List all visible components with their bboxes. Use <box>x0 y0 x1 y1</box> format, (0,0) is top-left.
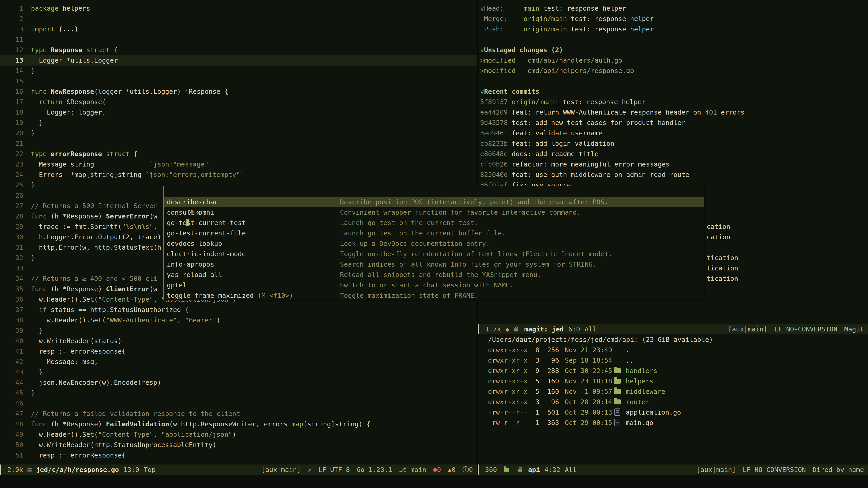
magit-row[interactable]: 3ed9461 feat: validate username <box>480 128 868 138</box>
code-line[interactable]: 49 w.Header().Set("Content-Type", "appli… <box>0 429 477 440</box>
code-line[interactable]: 18 Logger: logger, <box>0 107 477 118</box>
magit-row[interactable]: Push: origin/main test: response helper <box>480 24 868 34</box>
buffer-name[interactable]: api <box>528 466 540 474</box>
major-mode[interactable]: Magit <box>844 325 864 333</box>
mx-candidate[interactable]: describe-charDescribe position POS (inte… <box>164 197 704 207</box>
magit-row[interactable]: cfc0b26 refactor: more meaningful error … <box>480 159 868 169</box>
major-mode[interactable]: Dired by name <box>813 466 864 474</box>
code-line[interactable]: 23 Message string `json:"message"` <box>0 159 477 169</box>
code-line[interactable]: 19 } <box>0 118 477 128</box>
error-count[interactable]: ⊗0 <box>433 466 441 474</box>
git-branch[interactable]: ⎇ main <box>399 466 426 474</box>
code-line[interactable]: 51 resp := errorResponse{ <box>0 450 477 460</box>
mx-candidate[interactable]: toggle-frame-maximized (M-<f10>)Toggle m… <box>164 290 704 301</box>
dired-row[interactable]: drwxr-xr-x 5 160 Nov 1 09:57middleware <box>480 386 868 397</box>
mx-candidate[interactable]: electric-indent-modeToggle on-the-fly re… <box>164 249 704 259</box>
file-name[interactable]: . <box>626 346 629 354</box>
workspace-indicator[interactable]: [aux|main] <box>728 325 768 333</box>
code-line[interactable]: 38 w.Header().Set("WWW-Authenticate", "B… <box>0 315 477 325</box>
magit-row[interactable]: e80648e docs: add readme title <box>480 149 868 159</box>
code-line[interactable]: 47// Returns a failed validation respons… <box>0 409 477 419</box>
minibuffer-prompt-line[interactable]: 1/9011 M-x <box>164 186 704 197</box>
mx-candidate[interactable]: yas-reload-allReload all snippets and re… <box>164 269 704 280</box>
magit-row[interactable] <box>480 76 868 86</box>
line-number: 15 <box>0 76 23 86</box>
dired-row[interactable]: drwxr-xr-x 5 160 Nov 23 18:18helpers <box>480 376 868 386</box>
magit-row[interactable] <box>480 34 868 45</box>
mx-popup[interactable]: 1/9011 M-x describe-charDescribe positio… <box>163 186 704 300</box>
magit-row[interactable]: vRecent commits <box>480 86 868 97</box>
code-line[interactable]: 41 resp := errorResponse{ <box>0 346 477 357</box>
code-line[interactable]: 39 } <box>0 325 477 336</box>
file-name[interactable]: .. <box>626 357 633 364</box>
mx-candidate[interactable]: consult-omniConvinient wrapper function … <box>164 207 704 218</box>
dired-row[interactable]: -rw-r--r-- 1 501 Oct 29 00:13application… <box>480 407 868 418</box>
code-line[interactable]: 44 json.NewEncoder(w).Encode(resp) <box>0 377 477 388</box>
file-icon <box>614 409 620 416</box>
echo-area[interactable] <box>0 475 868 488</box>
dired-row[interactable]: drwxr-xr-x 8 256 Nov 21 23:49. <box>480 345 868 355</box>
buffer-name[interactable]: jed/c/a/h/response.go <box>36 466 119 474</box>
buffer-size: 2.0k <box>7 466 23 474</box>
code-line[interactable]: 12type Response struct { <box>0 45 477 55</box>
mx-candidate[interactable]: go-test-current-testLaunch go test on th… <box>164 218 704 228</box>
mx-candidate[interactable]: devdocs-lookupLook up a DevDocs document… <box>164 238 704 249</box>
file-name[interactable]: application.go <box>626 409 681 416</box>
magit-row[interactable]: ea44209 feat: return WWW-Authenticate re… <box>480 107 868 118</box>
note-count[interactable]: ⓘ0 <box>463 465 473 474</box>
code-line[interactable]: 45} <box>0 388 477 398</box>
dired-row[interactable]: drwxr-xr-x 3 96 Oct 28 20:14router <box>480 397 868 407</box>
code-line[interactable]: 21 <box>0 138 477 149</box>
code-line[interactable]: 17 return &Response{ <box>0 97 477 107</box>
lsp-icon[interactable]: ↗ <box>308 466 311 474</box>
buffer-name[interactable]: magit: jed <box>524 325 564 333</box>
code-line[interactable]: 22type errorResponse struct { <box>0 149 477 159</box>
code-line[interactable]: 50 w.WriteHeader(http.StatusUnprocessabl… <box>0 440 477 450</box>
code-line[interactable]: 46 <box>0 398 477 409</box>
code-line[interactable]: 37 if status == http.StatusUnauthorized … <box>0 304 477 315</box>
magit-row[interactable]: 9d43578 test: add new test cases for pro… <box>480 118 868 128</box>
workspace-indicator[interactable]: [aux|main] <box>261 466 301 474</box>
file-name[interactable]: helpers <box>626 377 653 385</box>
mx-candidate[interactable]: go-test-current-fileLaunch go test on th… <box>164 228 704 238</box>
magit-row[interactable]: 5f89137 origin/main test: response helpe… <box>480 97 868 107</box>
code-line[interactable]: 24 Errors *map[string]string `json:"erro… <box>0 169 477 180</box>
workspace-indicator[interactable]: [aux|main] <box>696 466 736 474</box>
magit-row[interactable]: cb8233b feat: add login validation <box>480 138 868 149</box>
file-name[interactable]: middleware <box>626 388 665 395</box>
folder-icon <box>614 379 621 384</box>
mx-candidate[interactable]: gptelSwitch to or start a chat session w… <box>164 280 704 290</box>
code-line[interactable]: 15 <box>0 76 477 86</box>
magit-row[interactable]: 825040d feat: use auth middleware on adm… <box>480 169 868 180</box>
magit-row[interactable]: vHead: main test: response helper <box>480 3 868 13</box>
file-name[interactable]: main.go <box>626 419 653 427</box>
code-line[interactable]: 11 <box>0 34 477 45</box>
dired-row[interactable]: drwxr-xr-x 9 288 Oct 30 22:45handlers <box>480 365 868 376</box>
dired-row[interactable]: drwxr-xr-x 3 96 Sep 18 18:54.. <box>480 355 868 365</box>
file-name[interactable]: router <box>626 398 649 406</box>
code-line[interactable]: 20} <box>0 128 477 138</box>
dired-window[interactable]: /Users/daut/projects/foss/jed/cmd/api: (… <box>478 334 868 464</box>
code-line[interactable]: 16func NewResponse(logger *utils.Logger)… <box>0 86 477 97</box>
code-line[interactable]: 42 Message: msg, <box>0 357 477 367</box>
code-line[interactable]: 48func (h *Response) FailedValidation(w … <box>0 419 477 429</box>
mx-candidate[interactable]: info-aproposSearch indices of all known … <box>164 259 704 269</box>
editor-modeline: 2.0k ▤ jed/c/a/h/response.go 13:0 Top [a… <box>0 464 477 475</box>
code-line[interactable]: 3import (...) <box>0 24 477 34</box>
code-line[interactable]: 14} <box>0 66 477 76</box>
magit-row[interactable]: >modified cmd/api/handlers/auth.go <box>480 55 868 66</box>
eol-encoding: LF UTF-8 <box>318 466 350 474</box>
code-line[interactable]: 43 } <box>0 367 477 377</box>
magit-row[interactable]: Merge: origin/main test: response helper <box>480 13 868 24</box>
file-name[interactable]: handlers <box>626 367 657 375</box>
dired-row[interactable]: -rw-r--r-- 1 363 Oct 29 00:15main.go <box>480 418 868 428</box>
code-line[interactable]: 40 w.WriteHeader(status) <box>0 336 477 346</box>
warning-count[interactable]: ▲0 <box>448 466 456 474</box>
code-line[interactable]: 1package helpers <box>0 3 477 13</box>
scroll-position: Top <box>144 466 156 474</box>
magit-row[interactable]: vUnstaged changes (2) <box>480 45 868 55</box>
code-line[interactable]: 13 Logger *utils.Logger <box>0 55 477 66</box>
error-icon: ⊗ <box>433 466 437 474</box>
code-line[interactable]: 2 <box>0 13 477 24</box>
magit-row[interactable]: >modified cmd/api/helpers/response.go <box>480 66 868 76</box>
